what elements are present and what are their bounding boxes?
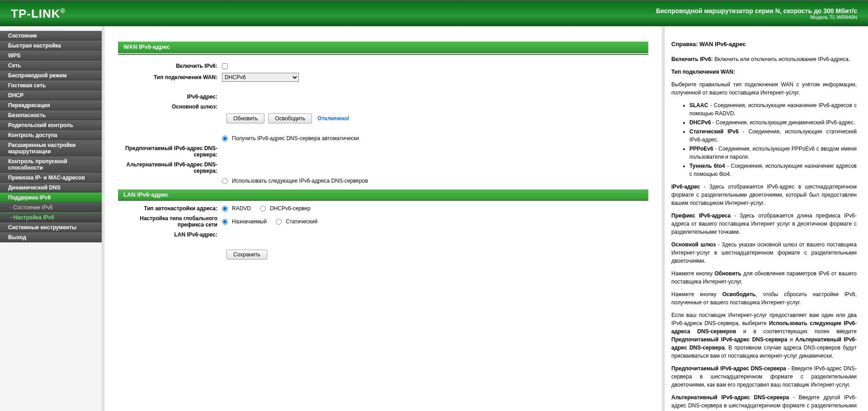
- help-p-ipv6addr: IPv6-адрес - Здесь отображается IPv6-адр…: [671, 183, 857, 207]
- sidebar-item-network[interactable]: Сеть: [0, 61, 102, 71]
- wan-section-sep: [118, 54, 648, 55]
- header-info: Беспроводной маршрутизатор серии N, скор…: [656, 7, 857, 20]
- sidebar-item-systools[interactable]: Системные инструменты: [0, 222, 102, 232]
- radio-assigned[interactable]: [222, 219, 228, 225]
- sidebar-item-routing[interactable]: Расширенные настройки маршрутизации: [0, 140, 102, 156]
- label-wan-conn-type: Тип подключения WAN:: [118, 74, 222, 80]
- checkbox-enable-ipv6[interactable]: [222, 63, 228, 69]
- header: TP-LINK® Беспроводной маршрутизатор сери…: [0, 0, 868, 26]
- help-p-altdns: Альтернативный IPv6-адрес DNS-сервера - …: [671, 393, 857, 411]
- label-auto-addr-type: Тип автонастройки адреса:: [118, 205, 222, 212]
- radio-dns-auto[interactable]: [222, 136, 228, 142]
- radio-static[interactable]: [276, 219, 282, 225]
- radio-radvd[interactable]: [222, 206, 228, 212]
- sidebar-item-ipv6-status[interactable]: - Состояние IPv6: [0, 203, 102, 213]
- sidebar-item-parental[interactable]: Родительский контроль: [0, 120, 102, 130]
- help-panel: Справка: WAN IPv6-адрес Включить IPv6: В…: [665, 26, 868, 411]
- help-p-prefix: Префикс IPv6-адреса - Здесь отображается…: [671, 212, 857, 236]
- main-content: WAN IPv6-адрес Включить IPv6: Тип подклю…: [104, 26, 662, 411]
- label-preferred-dns: Предпочитаемый IPv6-адрес DNS-сервера:: [118, 145, 222, 158]
- help-p-renew: Нажмите кнопку Обновить для обновления п…: [671, 269, 857, 286]
- label-static: Статический: [286, 218, 317, 225]
- help-li-static: Статический IPv6 - Соединения, использую…: [689, 128, 857, 144]
- lan-section-title: LAN IPv6-адрес: [118, 189, 648, 201]
- wan-section-title: WAN IPv6-адрес: [118, 42, 648, 53]
- sidebar-item-dhcp[interactable]: DHCP: [0, 90, 102, 100]
- help-p-dns: Если ваш поставщик Интернет-услуг предос…: [671, 311, 857, 360]
- sidebar-item-wps[interactable]: WPS: [0, 51, 102, 61]
- sidebar-item-ddns[interactable]: Динамический DNS: [0, 183, 102, 193]
- label-alternate-dns: Альтернативный IPv6-адрес DNS-сервера:: [118, 161, 222, 174]
- logo: TP-LINK®: [11, 7, 66, 21]
- release-button[interactable]: Освободить: [268, 113, 312, 123]
- sidebar-item-wireless[interactable]: Беспроводной режим: [0, 71, 102, 80]
- label-dns-auto: Получить IPv6-адрес DNS-сервера автомати…: [232, 135, 359, 142]
- product-title: Беспроводной маршрутизатор серии N, скор…: [656, 7, 857, 14]
- label-radvd: RADVD: [232, 205, 251, 212]
- help-li-pppoev6: PPPoEv6 - Соединения, использующие PPPoE…: [689, 145, 857, 161]
- help-p-enable: Включить IPv6: Включить или отключить ис…: [671, 55, 857, 63]
- sidebar-item-bandwidth[interactable]: Контроль пропускной способности: [0, 156, 102, 173]
- sidebar-item-ipmac[interactable]: Привязка IP- и MAC-адресов: [0, 173, 102, 183]
- label-dns-manual: Использовать следующие IPv6-адреса DNS-с…: [232, 178, 368, 184]
- radio-dns-manual[interactable]: [222, 178, 228, 184]
- renew-button[interactable]: Обновить: [226, 113, 264, 123]
- radio-dhcpv6-server[interactable]: [260, 206, 266, 212]
- sidebar-item-ipv6[interactable]: Поддержка IPv6: [0, 193, 102, 203]
- help-p-gateway: Основной шлюз - Здесь указан основной шл…: [671, 241, 857, 265]
- help-p-prefdns: Предпочитаемый IPv6-адрес DNS-сервера - …: [671, 364, 857, 389]
- label-gateway: Основной шлюз:: [118, 104, 222, 110]
- help-conn-list: SLAAC - Соединения, использующие назначе…: [689, 101, 857, 178]
- sidebar-item-guest[interactable]: Гостевая сеть: [0, 80, 102, 90]
- help-p-release: Нажмите кнопку Освободить, чтобы сбросит…: [671, 290, 857, 307]
- sidebar-item-logout[interactable]: Выход: [0, 232, 102, 242]
- label-global-prefix: Настройка типа глобального префикса сети: [118, 215, 222, 228]
- help-li-6to4: Туннель 6to4 - Соединения, использующие …: [689, 162, 857, 178]
- sidebar-item-ipv6-setup[interactable]: - Настройка IPv6: [0, 213, 102, 222]
- label-assigned: Назначаемый: [232, 218, 267, 225]
- connection-status: Отключено!: [317, 115, 349, 122]
- label-dhcpv6-server: DHCPv6-сервер: [270, 205, 311, 212]
- product-model: Модель TL-WR840N: [656, 14, 857, 20]
- label-lan-ipv6-addr: LAN IPv6-адрес:: [118, 231, 222, 238]
- sidebar-item-quicksetup[interactable]: Быстрая настройка: [0, 41, 102, 51]
- label-ipv6-addr: IPv6-адрес:: [118, 94, 222, 100]
- sidebar: Состояние Быстрая настройка WPS Сеть Бес…: [0, 26, 102, 411]
- save-button[interactable]: Сохранить: [226, 250, 267, 260]
- help-p-wantype: Тип подключения WAN:: [671, 68, 857, 76]
- sidebar-item-status[interactable]: Состояние: [0, 31, 102, 41]
- select-wan-conn-type[interactable]: DHCPv6: [222, 73, 299, 82]
- help-li-slaac: SLAAC - Соединения, использующие назначе…: [689, 101, 857, 118]
- help-li-dhcpv6: DHCPv6 - Соединения, использующие динами…: [689, 118, 857, 127]
- sidebar-item-access[interactable]: Контроль доступа: [0, 130, 102, 140]
- label-enable-ipv6: Включить IPv6:: [118, 63, 222, 69]
- help-title: Справка: WAN IPv6-адрес: [671, 40, 857, 49]
- sidebar-item-security[interactable]: Безопасность: [0, 110, 102, 120]
- sidebar-item-forwarding[interactable]: Переадресация: [0, 100, 102, 110]
- help-p-wandesc: Выберите правильный тип подключения WAN …: [671, 80, 857, 97]
